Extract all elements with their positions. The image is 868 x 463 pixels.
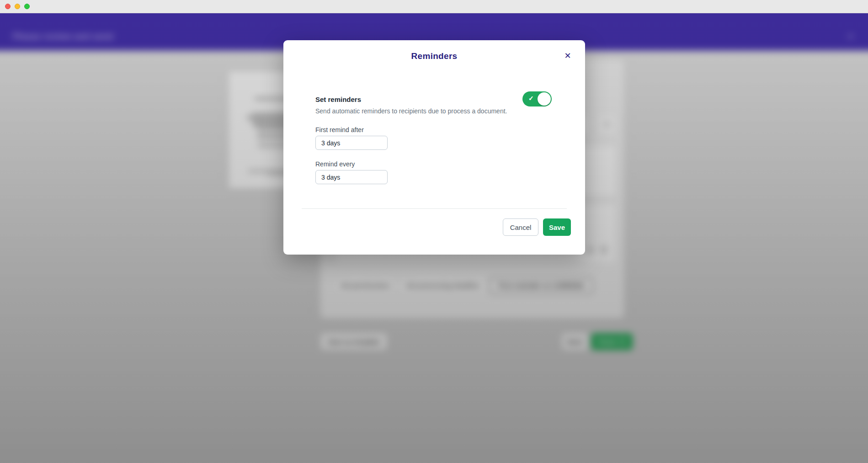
set-reminders-description: Send automatic reminders to recipients d… [315, 107, 507, 115]
window-titlebar [0, 0, 868, 13]
close-icon[interactable]: ✕ [561, 49, 574, 62]
first-remind-after-label: First remind after [315, 126, 364, 133]
dialog-divider [302, 208, 567, 209]
check-icon: ✓ [528, 95, 534, 102]
remind-every-label: Remind every [315, 160, 355, 168]
reminders-dialog: Reminders ✕ Set reminders ✓ Send automat… [283, 40, 585, 255]
remind-every-input[interactable] [315, 170, 388, 184]
save-button[interactable]: Save [543, 218, 571, 236]
set-reminders-label: Set reminders [315, 96, 361, 103]
cancel-button[interactable]: Cancel [503, 218, 538, 236]
minimize-window-button[interactable] [15, 4, 20, 9]
dialog-title: Reminders [283, 51, 585, 61]
set-reminders-toggle[interactable]: ✓ [522, 91, 552, 106]
screen: Please review and send ✕ [0, 0, 868, 463]
zoom-window-button[interactable] [24, 4, 30, 9]
toggle-knob [538, 92, 551, 106]
close-window-button[interactable] [5, 4, 11, 9]
first-remind-after-input[interactable] [315, 136, 388, 150]
